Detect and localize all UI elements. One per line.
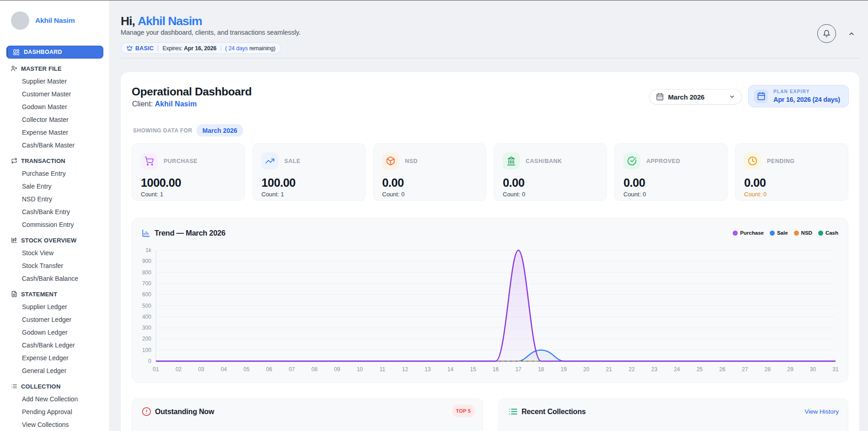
svg-text:06: 06 [266, 366, 272, 373]
svg-text:17: 17 [515, 366, 522, 373]
svg-text:600: 600 [142, 291, 151, 298]
svg-text:30: 30 [810, 366, 816, 373]
svg-text:23: 23 [651, 366, 658, 373]
svg-text:02: 02 [176, 366, 182, 373]
svg-text:20: 20 [583, 366, 590, 373]
svg-text:800: 800 [142, 269, 151, 276]
svg-text:24: 24 [674, 366, 680, 373]
svg-text:03: 03 [198, 366, 204, 373]
svg-text:19: 19 [561, 366, 567, 373]
svg-text:15: 15 [470, 366, 476, 373]
svg-text:900: 900 [142, 258, 151, 264]
svg-text:200: 200 [142, 336, 151, 342]
svg-text:09: 09 [334, 366, 341, 373]
svg-text:0: 0 [148, 358, 151, 364]
svg-text:11: 11 [379, 366, 385, 373]
svg-text:400: 400 [142, 314, 151, 320]
svg-text:26: 26 [719, 366, 726, 373]
svg-text:05: 05 [244, 366, 250, 373]
svg-text:01: 01 [153, 366, 159, 373]
svg-text:28: 28 [765, 366, 771, 373]
svg-text:18: 18 [538, 366, 544, 373]
svg-text:13: 13 [425, 366, 431, 373]
svg-text:29: 29 [787, 366, 793, 373]
svg-text:14: 14 [447, 366, 454, 373]
svg-text:1k: 1k [145, 247, 152, 253]
svg-text:16: 16 [493, 366, 499, 373]
svg-text:07: 07 [289, 366, 295, 373]
svg-text:04: 04 [221, 366, 227, 373]
svg-text:22: 22 [628, 366, 635, 373]
svg-text:100: 100 [142, 347, 151, 353]
svg-text:08: 08 [311, 366, 318, 373]
svg-text:27: 27 [742, 366, 748, 373]
svg-text:25: 25 [697, 366, 703, 373]
svg-text:21: 21 [606, 366, 612, 373]
svg-text:31: 31 [832, 366, 839, 373]
svg-text:700: 700 [142, 280, 151, 287]
svg-text:500: 500 [142, 303, 151, 309]
svg-text:300: 300 [142, 325, 151, 331]
svg-text:10: 10 [357, 366, 363, 373]
svg-text:12: 12 [402, 366, 409, 373]
